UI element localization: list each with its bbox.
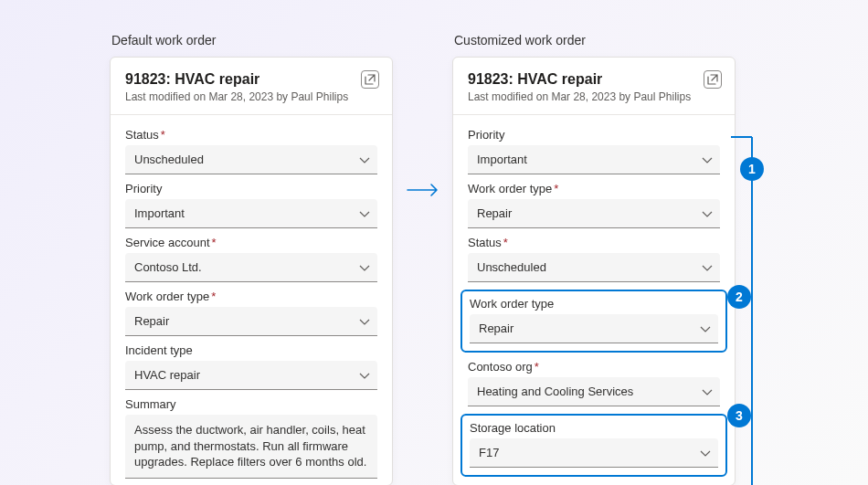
field-label: Status* bbox=[468, 236, 720, 249]
priority-select[interactable]: Important bbox=[468, 145, 720, 174]
service-account-select[interactable]: Contoso Ltd. bbox=[125, 253, 377, 282]
card-subtitle: Last modified on Mar 28, 2023 by Paul Ph… bbox=[468, 90, 720, 103]
arrow-right-icon bbox=[406, 183, 442, 201]
open-in-new-icon[interactable] bbox=[361, 70, 379, 89]
work-order-type-select[interactable]: Repair bbox=[468, 199, 720, 228]
required-indicator: * bbox=[535, 360, 539, 374]
work-order-type-select[interactable]: Repair bbox=[470, 314, 718, 343]
priority-select[interactable]: Important bbox=[125, 199, 377, 228]
required-indicator: * bbox=[212, 236, 217, 249]
card-header: 91823: HVAC repair Last modified on Mar … bbox=[111, 58, 392, 115]
customized-work-order-card: 91823: HVAC repair Last modified on Mar … bbox=[452, 57, 736, 485]
callout-badge-3: 3 bbox=[727, 404, 751, 427]
open-in-new-icon[interactable] bbox=[704, 70, 722, 89]
field-label: Work order type bbox=[470, 297, 718, 311]
field-label: Storage location bbox=[470, 421, 718, 435]
status-select[interactable]: Unscheduled bbox=[468, 253, 720, 282]
field-label: Work order type* bbox=[125, 290, 377, 303]
work-order-type-select[interactable]: Repair bbox=[125, 307, 377, 336]
field-label: Status* bbox=[125, 128, 377, 142]
card-subtitle: Last modified on Mar 28, 2023 by Paul Ph… bbox=[125, 90, 377, 103]
field-label: Priority bbox=[125, 182, 377, 195]
contoso-org-select[interactable]: Heating and Cooling Services bbox=[468, 377, 720, 406]
default-work-order-card: 91823: HVAC repair Last modified on Mar … bbox=[110, 57, 393, 485]
field-label: Service account* bbox=[125, 236, 377, 249]
highlighted-field-storage-location: Storage location F17 bbox=[460, 414, 727, 477]
storage-location-select[interactable]: F17 bbox=[470, 438, 718, 468]
required-indicator: * bbox=[161, 128, 165, 142]
required-indicator: * bbox=[211, 290, 216, 303]
callout-badge-2: 2 bbox=[727, 285, 751, 309]
card-title: 91823: HVAC repair bbox=[468, 70, 720, 89]
callout-badge-1: 1 bbox=[740, 157, 764, 181]
field-label: Incident type bbox=[125, 343, 377, 357]
required-indicator: * bbox=[554, 182, 558, 195]
required-indicator: * bbox=[503, 236, 508, 249]
status-select[interactable]: Unscheduled bbox=[125, 145, 377, 174]
summary-textarea[interactable]: Assess the ductwork, air handler, coils,… bbox=[125, 415, 377, 479]
field-label: Summary bbox=[125, 397, 377, 411]
left-column-label: Default work order bbox=[111, 33, 216, 47]
highlighted-field-work-order-type: Work order type Repair bbox=[460, 290, 727, 353]
field-label: Contoso org* bbox=[468, 360, 720, 374]
field-label: Priority bbox=[468, 128, 720, 142]
incident-type-select[interactable]: HVAC repair bbox=[125, 361, 377, 390]
right-column-label: Customized work order bbox=[454, 33, 586, 47]
card-header: 91823: HVAC repair Last modified on Mar … bbox=[453, 58, 735, 115]
field-label: Work order type* bbox=[468, 182, 720, 195]
card-title: 91823: HVAC repair bbox=[125, 70, 377, 89]
